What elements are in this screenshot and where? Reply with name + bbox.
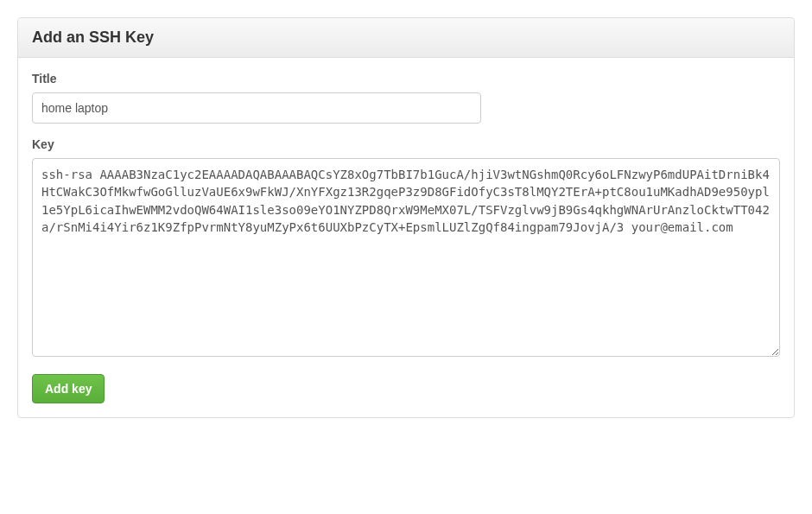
title-label: Title — [32, 72, 780, 86]
title-input[interactable] — [32, 92, 481, 124]
title-group: Title — [32, 72, 780, 124]
add-ssh-key-panel: Add an SSH Key Title Key Add key — [17, 17, 795, 418]
key-group: Key — [32, 137, 780, 360]
panel-body: Title Key Add key — [18, 58, 794, 417]
panel-title: Add an SSH Key — [18, 18, 794, 58]
add-key-button[interactable]: Add key — [32, 374, 105, 403]
key-textarea[interactable] — [32, 158, 780, 357]
key-label: Key — [32, 137, 780, 151]
